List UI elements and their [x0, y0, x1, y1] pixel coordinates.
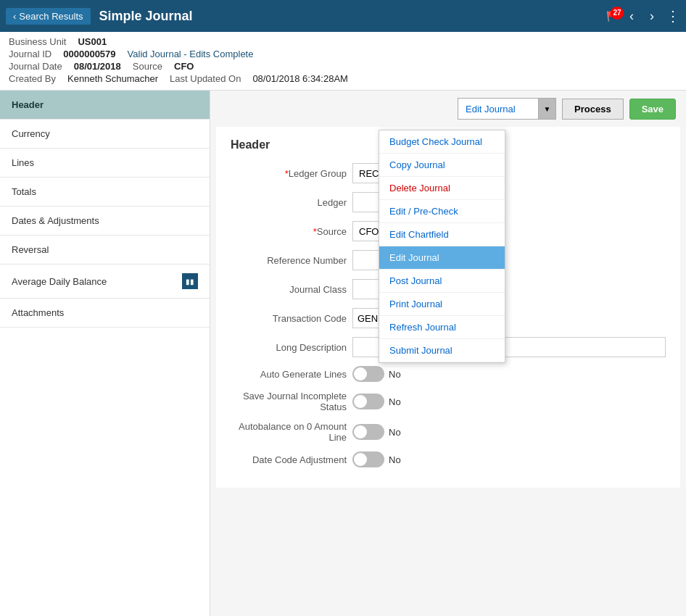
- journal-id-value: 0000000579: [63, 49, 115, 59]
- sidebar-item-reversal[interactable]: Reversal: [0, 236, 210, 265]
- sidebar-item-currency[interactable]: Currency: [0, 120, 210, 149]
- autobalance-knob: [354, 425, 367, 438]
- source-form-label: *Source: [231, 226, 347, 237]
- save-incomplete-toggle[interactable]: [352, 394, 384, 409]
- save-incomplete-label: Save Journal IncompleteStatus: [231, 391, 347, 412]
- auto-gen-label: Auto Generate Lines: [231, 369, 347, 380]
- menu-item-edit-journal[interactable]: Edit Journal: [379, 246, 505, 270]
- transaction-code-label: Transaction Code: [231, 313, 347, 324]
- dropdown-arrow-icon: ▼: [538, 99, 555, 119]
- autobalance-toggle-wrap: No: [352, 424, 401, 440]
- auto-gen-row: Auto Generate Lines No: [231, 366, 666, 382]
- prev-arrow-button[interactable]: ‹: [625, 7, 638, 25]
- back-button[interactable]: ‹ Search Results: [6, 8, 91, 25]
- business-unit-value: US001: [78, 36, 107, 47]
- save-incomplete-toggle-wrap: No: [352, 394, 401, 409]
- sidebar-item-header[interactable]: Header: [0, 91, 210, 120]
- sidebar: Header Currency Lines Totals Dates & Adj…: [0, 91, 210, 616]
- next-arrow-button[interactable]: ›: [645, 7, 658, 25]
- dropdown-menu: Budget Check Journal Copy Journal Delete…: [379, 130, 505, 363]
- ledger-group-label: *Ledger Group: [231, 168, 347, 179]
- save-incomplete-knob: [354, 395, 367, 408]
- action-dropdown-wrapper: Edit Journal ▼ Budget Check Journal Copy…: [458, 98, 556, 120]
- main-layout: Header Currency Lines Totals Dates & Adj…: [0, 91, 686, 616]
- sidebar-item-average-daily[interactable]: Average Daily Balance ▮▮: [0, 265, 210, 299]
- content-area: Edit Journal ▼ Budget Check Journal Copy…: [210, 91, 686, 616]
- menu-item-delete[interactable]: Delete Journal: [379, 177, 505, 200]
- menu-item-edit-chartfield[interactable]: Edit Chartfield: [379, 223, 505, 246]
- save-button[interactable]: Save: [629, 99, 676, 120]
- ref-number-label: Reference Number: [231, 255, 347, 266]
- menu-item-print[interactable]: Print Journal: [379, 293, 505, 316]
- created-by-label: Created By: [9, 73, 56, 84]
- menu-item-copy[interactable]: Copy Journal: [379, 154, 505, 177]
- auto-gen-toggle-wrap: No: [352, 366, 401, 382]
- last-updated-label: Last Updated On: [170, 73, 241, 84]
- dropdown-selected-label: Edit Journal: [458, 104, 538, 115]
- flag-icon[interactable]: 🚩 27: [606, 11, 618, 22]
- journal-class-label: Journal Class: [231, 284, 347, 295]
- info-bar: Business Unit US001 Journal ID 000000057…: [0, 32, 686, 91]
- date-code-value: No: [389, 454, 401, 465]
- sidebar-item-attachments[interactable]: Attachments: [0, 299, 210, 328]
- pause-button[interactable]: ▮▮: [182, 273, 198, 289]
- last-updated-value: 08/01/2018 6:34:28AM: [252, 73, 348, 84]
- toolbar-row: Edit Journal ▼ Budget Check Journal Copy…: [210, 91, 686, 127]
- sidebar-item-totals[interactable]: Totals: [0, 178, 210, 207]
- action-dropdown[interactable]: Edit Journal ▼: [458, 98, 556, 120]
- menu-item-edit-precheck[interactable]: Edit / Pre-Check: [379, 200, 505, 223]
- save-incomplete-row: Save Journal IncompleteStatus No: [231, 391, 666, 412]
- auto-gen-toggle[interactable]: [352, 366, 384, 382]
- autobalance-row: Autobalance on 0 AmountLine No: [231, 421, 666, 443]
- top-bar-right: 🚩 27 ‹ › ⋮: [606, 7, 680, 25]
- long-desc-label: Long Description: [231, 342, 347, 353]
- menu-item-budget-check[interactable]: Budget Check Journal: [379, 130, 505, 154]
- auto-gen-knob: [354, 367, 367, 380]
- menu-item-refresh[interactable]: Refresh Journal: [379, 316, 505, 339]
- journal-date-label: Journal Date: [9, 61, 62, 72]
- journal-status: Valid Journal - Edits Complete: [128, 49, 254, 59]
- date-code-toggle[interactable]: [352, 451, 384, 467]
- source-value: CFO: [174, 61, 194, 72]
- more-options-button[interactable]: ⋮: [666, 7, 680, 25]
- back-arrow-icon: ‹: [13, 11, 16, 22]
- top-bar: ‹ Search Results Simple Journal 🚩 27 ‹ ›…: [0, 0, 686, 32]
- date-code-row: Date Code Adjustment No: [231, 451, 666, 467]
- sidebar-item-lines[interactable]: Lines: [0, 149, 210, 178]
- autobalance-value: No: [389, 427, 401, 438]
- menu-item-post[interactable]: Post Journal: [379, 270, 505, 293]
- business-unit-label: Business Unit: [9, 36, 66, 47]
- sidebar-item-average-daily-label: Average Daily Balance: [12, 276, 107, 287]
- date-code-toggle-wrap: No: [352, 451, 401, 467]
- sidebar-item-dates[interactable]: Dates & Adjustments: [0, 207, 210, 236]
- autobalance-label: Autobalance on 0 AmountLine: [231, 421, 347, 443]
- menu-item-submit[interactable]: Submit Journal: [379, 339, 505, 362]
- process-button[interactable]: Process: [562, 99, 624, 120]
- back-label: Search Results: [19, 11, 83, 22]
- date-code-label: Date Code Adjustment: [231, 454, 347, 465]
- auto-gen-value: No: [389, 369, 401, 380]
- flag-badge: 27: [611, 7, 624, 20]
- page-title: Simple Journal: [99, 9, 607, 24]
- journal-id-label: Journal ID: [9, 49, 51, 59]
- ledger-label: Ledger: [231, 197, 347, 208]
- journal-date-value: 08/01/2018: [74, 61, 121, 72]
- created-by-value: Kenneth Schumacher: [67, 73, 158, 84]
- autobalance-toggle[interactable]: [352, 424, 384, 440]
- date-code-knob: [354, 453, 367, 466]
- source-label: Source: [133, 61, 162, 72]
- save-incomplete-value: No: [389, 396, 401, 407]
